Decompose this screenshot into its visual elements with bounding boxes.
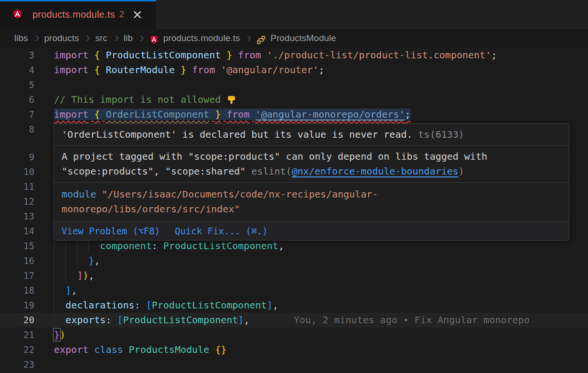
code-token: ; (491, 49, 497, 61)
breadcrumb-item-libs[interactable]: libs (14, 33, 28, 44)
hover-text: module (62, 188, 96, 200)
code-token: RouterModule (106, 64, 175, 76)
code-token: '@angular/router' (221, 64, 319, 76)
code-token: { (94, 64, 100, 76)
code-token: ] (65, 285, 71, 296)
line-number: 18 (0, 283, 34, 298)
chevron-right-icon (85, 35, 90, 41)
close-icon[interactable]: × (132, 10, 143, 19)
line-number: 9 (0, 150, 34, 165)
code-line-20[interactable]: 20 exports: [ProductListComponent],You, … (0, 313, 588, 328)
line-number: 21 (0, 328, 34, 342)
code-token: OrderListComponent (106, 109, 209, 120)
tab-error-count-badge: 2 (119, 9, 125, 20)
breadcrumb-item-src[interactable]: src (95, 33, 107, 44)
active-tab-indicator (0, 0, 156, 1)
code-token: './product-list/product-list.component' (267, 49, 492, 61)
line-number: 8 (0, 122, 34, 137)
code-token: ProductListComponent (163, 240, 278, 252)
code-token: export (54, 344, 88, 355)
chevron-right-icon (113, 35, 118, 41)
code-token: } (226, 49, 232, 61)
line-number: 13 (0, 209, 34, 224)
view-problem-link[interactable]: View Problem (⌥F8) (62, 226, 160, 236)
code-line-3[interactable]: 3import { ProductListComponent } from '.… (0, 48, 588, 63)
hover-text: A project tagged with "scope:products" c… (62, 151, 487, 162)
code-token (123, 344, 129, 355)
code-token (54, 299, 65, 311)
code-token (232, 49, 238, 61)
code-token: ProductListComponent (152, 299, 267, 311)
git-blame-annotation: You, 2 minutes ago • Fix Angular monorep… (294, 313, 530, 328)
code-line-19[interactable]: 19 declarations: [ProductListComponent], (0, 298, 588, 313)
code-token (88, 64, 94, 76)
code-token: , (94, 255, 100, 266)
hover-section-eslint-diagnostic: A project tagged with "scope:products" c… (54, 145, 569, 182)
chevron-right-icon (138, 35, 143, 41)
code-token (175, 64, 181, 76)
code-token: ] (267, 299, 273, 311)
code-line-6[interactable]: 6// This import is not allowed (0, 92, 588, 107)
line-number: 6 (0, 92, 34, 107)
hover-text: "scope:products", "scope:shared" (62, 165, 251, 177)
breadcrumb-item-file[interactable]: products.module.ts (163, 33, 240, 44)
code-line-7[interactable]: 7import { OrderListComponent } from '@an… (0, 107, 588, 122)
hover-text (413, 129, 418, 140)
code-token: {} (215, 344, 226, 355)
line-number: 11 (0, 179, 34, 194)
angular-icon (12, 9, 23, 20)
hover-section-module-path: module "/Users/isaac/Documents/code/nx-r… (54, 182, 569, 221)
code-line-5[interactable]: 5 (0, 77, 588, 92)
code-line-23[interactable]: 23 (0, 357, 588, 372)
breadcrumb-item-products[interactable]: products (44, 33, 79, 44)
indent-guide (88, 239, 89, 253)
line-number: 19 (0, 298, 34, 313)
code-token (54, 255, 88, 266)
code-editor: 3import { ProductListComponent } from '.… (0, 48, 588, 373)
code-token (111, 314, 117, 326)
code-token (100, 109, 106, 120)
indent-guide (54, 283, 54, 298)
indent-guide (54, 313, 54, 328)
module-link-text[interactable]: '@angular-monorepo/orders' (256, 109, 405, 120)
code-token: class (94, 344, 123, 355)
tab-products-module[interactable]: products.module.ts 2 × (0, 0, 156, 29)
code-token: , (244, 314, 249, 326)
line-number: 16 (0, 253, 34, 268)
code-line-17[interactable]: 17 ]), (0, 268, 588, 283)
indent-guide (77, 239, 77, 253)
breadcrumb-item-symbol[interactable]: ProductsModule (270, 33, 336, 44)
code-line-16[interactable]: 16 }, (0, 253, 588, 268)
code-line-15[interactable]: 15 component: ProductListComponent, (0, 239, 588, 253)
line-number: 23 (0, 357, 34, 372)
code-token: [ (117, 314, 123, 326)
code-token: { (94, 49, 100, 61)
code-line-4[interactable]: 4import { RouterModule } from '@angular/… (0, 63, 588, 77)
code-line-22[interactable]: 22export class ProductsModule {} (0, 342, 588, 357)
hover-text: ts(6133) (418, 129, 464, 140)
code-line-21[interactable]: 21}) (0, 328, 588, 342)
quick-fix-link[interactable]: Quick Fix... (⌘.) (175, 226, 267, 236)
error-highlight-range: import { OrderListComponent } from '@ang… (54, 109, 411, 120)
hover-text: "/Users/isaac/Documents/code/nx-recipes/… (102, 188, 378, 200)
eslint-rule-link[interactable]: @nx/enforce-module-boundaries (292, 165, 459, 177)
line-number: 3 (0, 48, 34, 63)
line-number: 22 (0, 342, 34, 357)
indent-guide (77, 253, 77, 268)
hover-action-bar: View Problem (⌥F8)Quick Fix... (⌘.) (54, 221, 569, 240)
code-token: ) (60, 329, 65, 340)
code-token: import (54, 109, 88, 120)
code-token (209, 344, 215, 355)
code-token: component (100, 240, 151, 252)
indent-guide (54, 298, 54, 313)
code-token: , (273, 299, 278, 311)
code-line-18[interactable]: 18 ], (0, 283, 588, 298)
tab-title: products.module.ts (32, 9, 115, 20)
line-number: 4 (0, 63, 34, 77)
code-token (100, 64, 106, 76)
chevron-right-icon (246, 35, 251, 41)
code-token: ProductsModule (129, 344, 210, 355)
code-token: from (238, 49, 261, 61)
breadcrumb-item-lib[interactable]: lib (124, 33, 133, 44)
code-token (88, 109, 94, 120)
